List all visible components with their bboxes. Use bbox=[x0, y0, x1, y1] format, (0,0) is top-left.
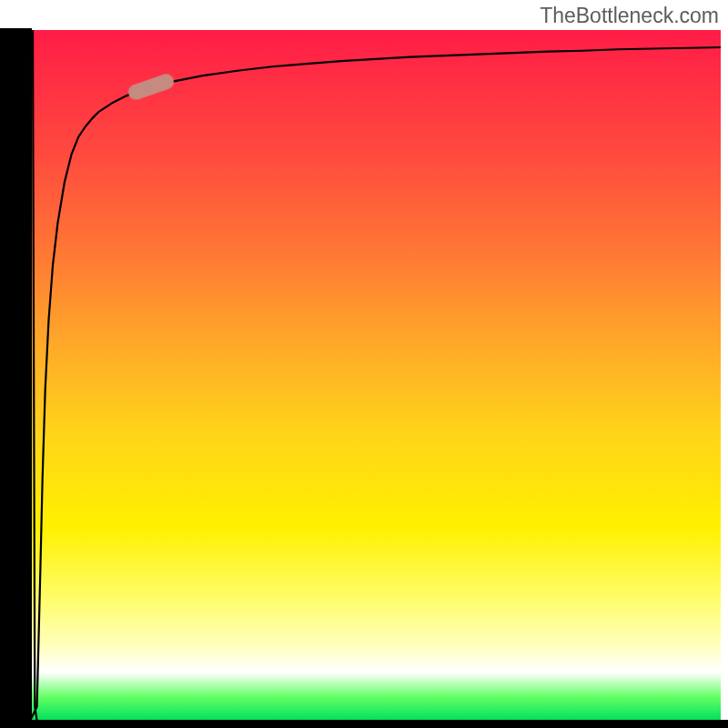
attribution-label: TheBottleneck.com bbox=[540, 4, 719, 28]
x-axis-bar bbox=[0, 720, 728, 728]
curve-canvas bbox=[30, 30, 721, 721]
chart-figure: TheBottleneck.com bbox=[0, 0, 728, 728]
plot-area bbox=[30, 30, 721, 721]
y-axis-bar bbox=[0, 28, 32, 723]
